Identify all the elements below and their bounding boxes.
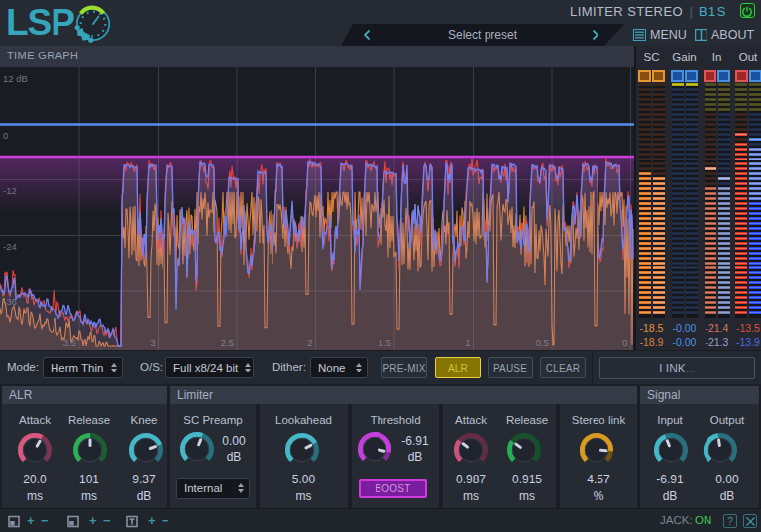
scale-plus-button[interactable]: +: [89, 513, 97, 528]
menu-label: MENU: [650, 28, 687, 42]
limiter-group-header: Limiter: [170, 386, 637, 404]
lookahead-unit: ms: [260, 489, 348, 503]
signal-input-unit: dB: [642, 489, 698, 503]
bug-report-button[interactable]: [743, 514, 757, 528]
svg-text:2.5: 2.5: [221, 337, 234, 348]
clear-button[interactable]: CLEAR: [540, 357, 586, 378]
meter-group-out: Out-13.5-13.9: [735, 46, 761, 350]
limiter-release-value: 0.915: [498, 473, 556, 486]
boost-button[interactable]: BOOST: [359, 479, 427, 498]
svg-text:12 dB: 12 dB: [3, 73, 28, 84]
signal-output-knob[interactable]: [702, 431, 739, 469]
svg-text:-12: -12: [3, 185, 17, 196]
meter-segments: [735, 83, 747, 113]
mode-combo[interactable]: Herm Thin: [43, 357, 123, 378]
time-graph-header: TIME GRAPH: [0, 46, 634, 67]
meter-column: [705, 83, 716, 318]
signal-input-knob[interactable]: [652, 431, 690, 469]
svg-text:3.5: 3.5: [63, 337, 76, 348]
svg-text:-24: -24: [3, 241, 17, 252]
meter-segments: [735, 113, 747, 133]
combo-spinner-icon: [111, 363, 117, 372]
pause-button[interactable]: PAUSE: [488, 357, 533, 378]
meter-led[interactable]: [638, 70, 651, 82]
menu-button[interactable]: MENU: [633, 24, 687, 46]
power-icon: [741, 6, 753, 18]
threshold-label: Threshold: [352, 414, 439, 426]
limiter-attack-knob[interactable]: [452, 431, 489, 469]
threshold-unit: dB: [394, 450, 436, 464]
limiter-group: Limiter SC Preamp 0.00 dB Internal Looka…: [170, 386, 637, 508]
about-label: ABOUT: [711, 28, 754, 42]
scale-minus-button[interactable]: −: [103, 513, 111, 528]
premix-button[interactable]: PRE-MIX: [381, 357, 427, 378]
stereo-link-unit: %: [560, 489, 637, 503]
sc-preamp-unit: dB: [214, 450, 254, 464]
meter-column: [686, 83, 698, 318]
meter-led[interactable]: [671, 70, 684, 82]
meter-label: SC: [638, 52, 665, 63]
alr-release-knob[interactable]: [71, 431, 109, 469]
dither-combo[interactable]: None: [310, 357, 368, 378]
lookahead-label: Lookahead: [260, 414, 348, 426]
power-button[interactable]: [740, 3, 755, 18]
sc-source-combo[interactable]: Internal: [176, 478, 250, 499]
alr-group: ALR Attack Release Knee 20.0 101 9.37 ms…: [2, 386, 167, 508]
jack-status: ON: [695, 514, 711, 526]
window-scale-icon[interactable]: [67, 515, 79, 528]
font-plus-button[interactable]: +: [148, 513, 156, 528]
meter-segments: [735, 143, 747, 316]
meter-segments: [705, 172, 716, 187]
meter-led[interactable]: [735, 70, 748, 82]
control-separator: [592, 351, 593, 385]
meter-led[interactable]: [749, 70, 761, 82]
alr-attack-label: Attack: [7, 414, 62, 426]
limiter-attack-unit: ms: [443, 489, 498, 503]
meter-led[interactable]: [652, 70, 665, 82]
limiter-release-label: Release: [498, 414, 556, 426]
sc-preamp-knob[interactable]: [178, 430, 216, 468]
meter-label: Out: [735, 52, 761, 63]
title-divider: |: [690, 4, 693, 19]
svg-text:1.5: 1.5: [379, 337, 391, 348]
alr-attack-knob[interactable]: [16, 431, 54, 469]
stereo-link-knob[interactable]: [578, 431, 615, 469]
meter-led[interactable]: [717, 70, 730, 82]
threshold-knob[interactable]: [356, 430, 393, 468]
lookahead-knob[interactable]: [283, 431, 321, 469]
signal-group: Signal Input Output -6.91 0.00 dB dB: [640, 386, 759, 508]
meter-led[interactable]: [704, 70, 716, 82]
limiter-release-knob[interactable]: [505, 431, 543, 469]
time-graph[interactable]: 12 dB0-12-24-363.532.521.510.50: [0, 67, 634, 350]
os-label: O/S:: [140, 361, 163, 372]
meter-segments: [718, 83, 730, 113]
signal-group-header: Signal: [640, 386, 759, 404]
alr-knee-knob[interactable]: [127, 431, 164, 469]
scale-plus-button[interactable]: +: [27, 513, 35, 528]
font-minus-button[interactable]: −: [162, 513, 169, 528]
svg-text:3: 3: [150, 337, 155, 348]
time-graph-title: TIME GRAPH: [7, 50, 78, 61]
preset-strip: Select preset: [341, 24, 624, 46]
stereo-link-label: Stereo link: [560, 414, 637, 426]
window-scale-icon[interactable]: [8, 515, 20, 528]
preset-prev-button[interactable]: [363, 29, 371, 41]
preset-label[interactable]: Select preset: [341, 28, 624, 42]
meter-column: [653, 83, 665, 318]
preset-next-button[interactable]: [592, 29, 599, 41]
meter-column: [735, 83, 747, 318]
link-button[interactable]: LINK...: [599, 357, 755, 379]
meter-column: [749, 83, 761, 318]
combo-spinner-icon: [238, 483, 244, 493]
help-button[interactable]: ?: [723, 514, 737, 528]
meter-group-gain: Gain-0.00-0.00: [671, 46, 698, 350]
oversampling-combo[interactable]: Full x8/24 bit: [165, 357, 254, 378]
alr-group-header: ALR: [2, 386, 167, 404]
scale-minus-button[interactable]: −: [41, 513, 49, 528]
svg-text:2: 2: [307, 337, 312, 348]
about-button[interactable]: ABOUT: [695, 24, 754, 46]
mode-label: Mode:: [7, 361, 39, 372]
font-scale-icon[interactable]: [126, 515, 138, 528]
meter-led[interactable]: [685, 70, 698, 82]
alr-button[interactable]: ALR: [435, 357, 481, 378]
